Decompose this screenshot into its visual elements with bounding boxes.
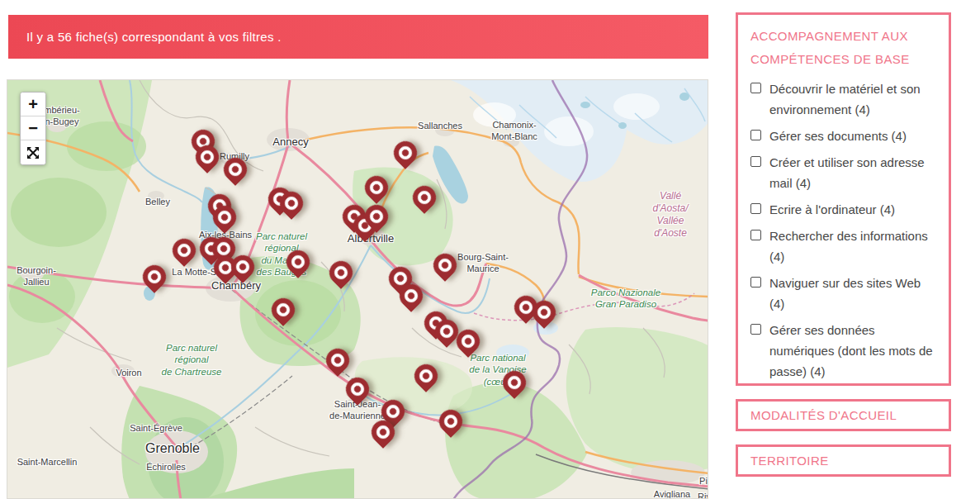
filter-label: Gérer ses documents (4) <box>769 126 907 146</box>
filter-checkbox-item[interactable]: Rechercher des informations (4) <box>750 226 936 267</box>
map-marker[interactable] <box>389 136 422 169</box>
map-marker[interactable] <box>324 256 357 289</box>
filter-checkbox-item[interactable]: Créer et utiliser son adresse mail (4) <box>750 152 936 193</box>
checkbox[interactable] <box>750 156 761 167</box>
filter-label: Naviguer sur des sites Web (4) <box>769 273 935 314</box>
filter-section-territoire[interactable]: TERRITOIRE <box>736 444 951 477</box>
map-marker[interactable] <box>408 181 441 214</box>
map-marker[interactable] <box>498 366 531 399</box>
filter-label: Découvrir le matériel et son environneme… <box>769 78 935 120</box>
checkbox[interactable] <box>750 130 761 140</box>
fullscreen-expand-icon <box>27 147 39 159</box>
map-marker[interactable] <box>282 245 315 278</box>
checkbox[interactable] <box>750 324 761 335</box>
filter-label: Rechercher des informations (4) <box>769 226 935 267</box>
filter-list: Découvrir le matériel et son environneme… <box>750 78 936 383</box>
map-marker[interactable] <box>219 153 252 186</box>
checkbox[interactable] <box>750 277 761 288</box>
filter-checkbox-item[interactable]: Gérer ses données numériques (dont les m… <box>750 320 936 382</box>
zoom-out-button[interactable]: − <box>21 116 45 140</box>
filter-label: Gérer ses données numériques (dont les m… <box>769 320 935 382</box>
filter-label: Ecrire à l'ordinateur (4) <box>769 199 895 220</box>
map-marker[interactable] <box>138 260 171 293</box>
map-marker[interactable] <box>360 171 393 204</box>
map-marker[interactable] <box>168 234 201 267</box>
filter-checkbox-item[interactable]: Gérer ses documents (4) <box>750 126 936 146</box>
map-marker[interactable] <box>410 359 443 392</box>
filter-label: Créer et utiliser son adresse mail (4) <box>769 152 935 193</box>
checkbox[interactable] <box>750 203 761 214</box>
page: Il y a 56 fiche(s) correspondant à vos f… <box>0 0 980 499</box>
filter-checkbox-item[interactable]: Ecrire à l'ordinateur (4) <box>750 199 936 220</box>
filter-section-title[interactable]: ACCOMPAGNEMENT AUX COMPÉTENCES DE BASE <box>750 25 936 71</box>
filter-section-competences: ACCOMPAGNEMENT AUX COMPÉTENCES DE BASE D… <box>736 12 951 386</box>
map-controls: + − <box>20 92 46 165</box>
filter-checkbox-item[interactable]: Découvrir le matériel et son environneme… <box>750 78 936 120</box>
results-banner-text: Il y a 56 fiche(s) correspondant à vos f… <box>8 30 282 44</box>
filter-checkbox-item[interactable]: Naviguer sur des sites Web (4) <box>750 273 936 314</box>
checkbox[interactable] <box>750 83 761 93</box>
filter-section-modalites[interactable]: MODALITÉS D'ACCUEIL <box>736 399 951 431</box>
zoom-in-button[interactable]: + <box>21 93 45 116</box>
map-marker[interactable] <box>434 405 467 438</box>
map-marker[interactable] <box>428 249 462 282</box>
map[interactable]: mbérieu- n-BugeyAnnecyRumillySallanchesC… <box>7 79 708 499</box>
map-marker[interactable] <box>321 344 354 377</box>
checkbox[interactable] <box>750 230 761 240</box>
filter-section-title: TERRITOIRE <box>750 449 829 473</box>
filter-section-title: MODALITÉS D'ACCUEIL <box>750 404 897 427</box>
map-marker[interactable] <box>267 293 300 326</box>
fullscreen-button[interactable] <box>21 140 45 164</box>
map-marker[interactable] <box>341 373 374 406</box>
map-markers-layer <box>7 80 708 498</box>
results-banner: Il y a 56 fiche(s) correspondant à vos f… <box>8 15 708 59</box>
